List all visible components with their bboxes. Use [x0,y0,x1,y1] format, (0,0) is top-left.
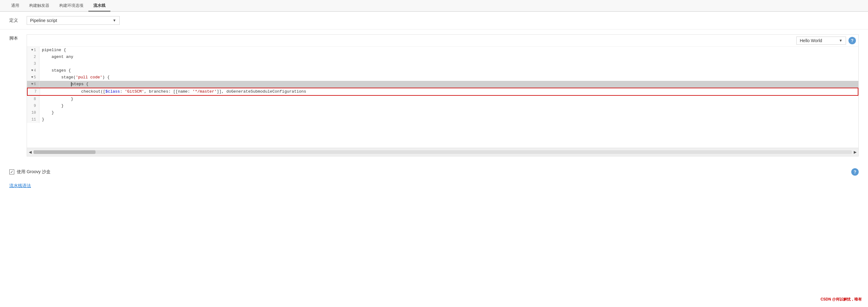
attribution-text: @何以解忧，唯有 [832,297,862,301]
hello-world-text: Hello World [800,38,836,43]
code-content-6: steps { [39,81,88,88]
tabs-bar: 通用 构建触发器 构建环境选项 流水线 [0,0,868,12]
horizontal-scrollbar[interactable]: ◀ ▶ [27,148,858,156]
scroll-left-button[interactable]: ◀ [27,149,33,155]
code-content-7: checkout([$class: 'GitSCM', branches: [[… [40,88,306,95]
code-line-10: 10 } [27,109,858,116]
editor-topbar: Hello World ▼ ? [27,35,858,47]
code-line-5: ▼ 5 stage('pull code') { [27,74,858,81]
attribution-brand: CSDN [820,297,831,301]
script-label: 脚本 [9,34,22,41]
line-number-3: 3 [27,60,39,67]
code-line-7: 7 checkout([$class: 'GitSCM', branches: … [27,88,858,96]
chevron-down-icon: ▼ [839,38,843,43]
groovy-sandbox-row: ✓ 使用 Groovy 沙盒 ? [0,164,868,180]
footer-attribution: CSDN @何以解忧，唯有 [820,297,862,302]
line-number-6: ▼ 6 [27,81,39,88]
code-content-5: stage('pull code') { [39,74,110,81]
chevron-down-icon: ▼ [113,18,116,23]
definition-select-text: Pipeline script [30,18,110,23]
tab-general[interactable]: 通用 [6,0,24,11]
script-outer: 脚本 Hello World ▼ ? ▼ 1 [9,34,859,157]
groovy-sandbox-checkbox[interactable]: ✓ [9,169,14,174]
fold-icon-4[interactable]: ▼ [31,67,33,74]
line-number-8: 8 [27,96,39,103]
code-line-4: ▼ 4 stages { [27,67,858,74]
definition-label: 定义 [9,18,22,23]
line-number-4: ▼ 4 [27,67,39,74]
line-number-9: 9 [27,103,39,109]
scroll-thumb[interactable] [33,150,95,154]
code-line-6: ▼ 6 steps { [27,81,858,88]
code-line-11: 11 } [27,116,858,123]
page-container: 通用 构建触发器 构建环境选项 流水线 定义 Pipeline script ▼… [0,0,868,307]
tab-pipeline[interactable]: 流水线 [88,0,111,11]
tab-advanced[interactable]: 构建环境选项 [54,0,88,11]
code-content-9: } [39,103,64,109]
line-number-1: ▼ 1 [27,47,39,54]
line-number-7: 7 [28,88,40,95]
code-editor[interactable]: ▼ 1 pipeline { 2 agent any [27,47,858,123]
line-number-5: ▼ 5 [27,74,39,81]
definition-select[interactable]: Pipeline script ▼ [27,16,120,25]
script-editor-wrapper: Hello World ▼ ? ▼ 1 pipeline { [27,34,859,157]
groovy-checkbox-wrapper: ✓ 使用 Groovy 沙盒 [9,169,51,175]
code-content-4: stages { [39,67,71,74]
pipeline-link-row: 流水线语法 [0,181,868,191]
code-content-8: } [39,96,73,103]
groovy-help-icon[interactable]: ? [851,168,859,176]
fold-icon-6[interactable]: ▼ [31,81,33,88]
code-content-2: agent any [39,54,73,60]
code-line-1: ▼ 1 pipeline { [27,47,858,54]
fold-icon-5[interactable]: ▼ [31,74,33,81]
code-line-2: 2 agent any [27,54,858,60]
code-line-9: 9 } [27,103,858,109]
scroll-track[interactable] [33,150,852,154]
tab-build-trigger[interactable]: 构建触发器 [24,0,54,11]
line-number-10: 10 [27,109,39,116]
help-icon[interactable]: ? [848,37,856,44]
scroll-right-button[interactable]: ▶ [852,149,858,155]
code-content-10: } [39,109,54,116]
hello-world-dropdown[interactable]: Hello World ▼ [796,37,846,45]
line-number-11: 11 [27,116,39,123]
editor-empty [27,123,858,148]
definition-row: 定义 Pipeline script ▼ [0,12,868,29]
code-content-1: pipeline { [39,47,66,54]
code-line-3: 3 [27,60,858,67]
checkmark-icon: ✓ [10,170,13,174]
groovy-sandbox-label: 使用 Groovy 沙盒 [17,169,51,175]
line-number-2: 2 [27,54,39,60]
code-content-11: } [39,116,44,123]
script-section: 脚本 Hello World ▼ ? ▼ 1 [0,29,868,161]
code-line-8: 8 } [27,96,858,103]
fold-icon-1[interactable]: ▼ [31,47,33,54]
pipeline-syntax-link[interactable]: 流水线语法 [9,183,31,188]
